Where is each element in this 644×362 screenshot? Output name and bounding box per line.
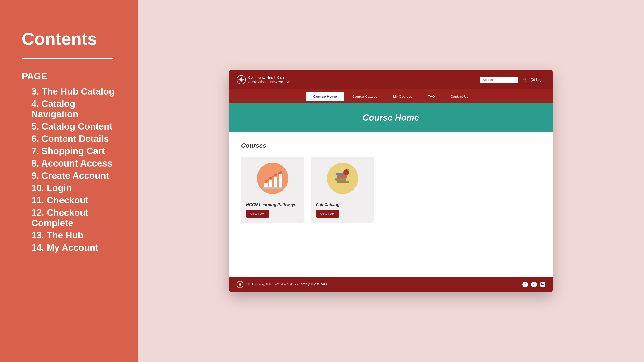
hero-section: Course Home — [229, 103, 553, 132]
toc-item: 13. The Hub — [22, 230, 121, 241]
facebook-icon[interactable]: f — [522, 282, 528, 288]
toc-item: 14. My Account — [22, 243, 121, 253]
course-icon-circle-2 — [327, 163, 358, 194]
nav-item-faq[interactable]: FAQ — [420, 92, 442, 101]
left-panel: Contents PAGE 3. The Hub Catalog4. Catal… — [0, 0, 138, 362]
toc-item: 4. Catalog Navigation — [22, 99, 121, 119]
svg-rect-13 — [336, 173, 344, 175]
toc-list: 3. The Hub Catalog4. Catalog Navigation5… — [22, 86, 121, 253]
svg-rect-15 — [346, 169, 347, 171]
nav-item-my-courses[interactable]: My Courses — [386, 92, 420, 101]
toc-item: 10. Login — [22, 183, 121, 193]
course-title-2: Full Catalog — [311, 200, 374, 210]
svg-rect-12 — [337, 175, 347, 178]
courses-heading: Courses — [241, 142, 541, 149]
footer-icons: f t in — [522, 282, 546, 288]
books-svg-icon — [332, 167, 354, 189]
course-card-1: HCCN Learning Pathways View Here — [241, 157, 304, 223]
nav-item-course-catalog[interactable]: Course Catalog — [345, 92, 385, 101]
toc-item: 3. The Hub Catalog — [22, 86, 121, 97]
toc-item: 6. Content Details — [22, 134, 121, 144]
toc-item: 8. Account Access — [22, 158, 121, 169]
toc-item: 11. Checkout — [22, 195, 121, 206]
twitter-icon[interactable]: t — [531, 282, 537, 288]
toc-item: 7. Shopping Cart — [22, 146, 121, 156]
svg-rect-2 — [269, 180, 272, 188]
course-icon-circle-1 — [257, 163, 288, 194]
view-here-button-1[interactable]: View Here — [246, 210, 269, 218]
cart-login[interactable]: 🛒 = (0) Log In — [523, 78, 546, 82]
browser-window: Community Health Care Association of New… — [229, 70, 553, 292]
footer-address: 111 Broadway, Suite 1402 New York, NY 10… — [246, 283, 327, 286]
content-area: Courses — [229, 132, 553, 277]
courses-grid: HCCN Learning Pathways View Here — [241, 157, 541, 223]
svg-rect-10 — [336, 181, 349, 183]
course-card-2: Full Catalog View Here — [311, 157, 374, 223]
logo-text: Community Health Care Association of New… — [248, 75, 294, 84]
nav-item-contact-us[interactable]: Contact Us — [443, 92, 476, 101]
divider — [22, 58, 114, 59]
nav-bar: Course HomeCourse CatalogMy CoursesFAQCo… — [229, 89, 553, 103]
page-label: PAGE — [22, 71, 121, 82]
logo-icon — [236, 75, 246, 84]
top-bar: Community Health Care Association of New… — [229, 70, 553, 89]
right-panel: Community Health Care Association of New… — [138, 0, 644, 362]
hero-title: Course Home — [362, 113, 419, 123]
linkedin-icon[interactable]: in — [540, 282, 546, 288]
svg-rect-4 — [279, 174, 282, 188]
course-title-1: HCCN Learning Pathways — [241, 200, 304, 210]
footer-logo-icon — [236, 281, 244, 288]
toc-item: 9. Create Account — [22, 171, 121, 181]
toc-item: 12. Checkout Complete — [22, 208, 121, 228]
footer-left: 111 Broadway, Suite 1402 New York, NY 10… — [236, 281, 327, 288]
chart-svg-icon — [262, 167, 284, 189]
contents-title: Contents — [22, 29, 121, 49]
svg-rect-11 — [336, 178, 346, 181]
search-input[interactable] — [480, 76, 518, 83]
svg-rect-3 — [274, 177, 277, 188]
nav-item-course-home[interactable]: Course Home — [306, 92, 344, 101]
course-image-1 — [241, 157, 304, 200]
view-here-button-2[interactable]: View Here — [316, 210, 339, 218]
logo-area: Community Health Care Association of New… — [236, 75, 294, 84]
footer: 111 Broadway, Suite 1402 New York, NY 10… — [229, 277, 553, 292]
top-right: 🛒 = (0) Log In — [480, 76, 546, 83]
svg-rect-9 — [263, 187, 282, 189]
course-image-2 — [311, 157, 374, 200]
toc-item: 5. Catalog Content — [22, 121, 121, 132]
